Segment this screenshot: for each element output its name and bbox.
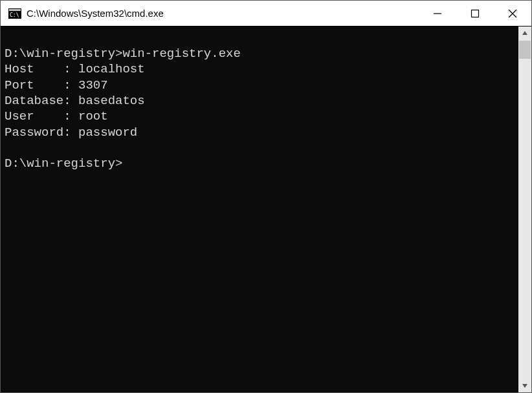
close-button[interactable] xyxy=(494,1,531,26)
output-line: Database: basedatos xyxy=(5,94,145,108)
prompt-command: win-registry.exe xyxy=(122,47,240,61)
prompt-path: D:\win-registry> xyxy=(5,47,122,61)
output-line: Password: password xyxy=(5,125,137,140)
output-line: User : root xyxy=(5,109,108,123)
maximize-button[interactable] xyxy=(456,1,494,26)
svg-text:C:\: C:\ xyxy=(10,12,19,18)
window-controls xyxy=(419,1,531,26)
prompt-line: D:\win-registry>win-registry.exe xyxy=(5,47,241,61)
prompt-line: D:\win-registry> xyxy=(5,156,122,171)
scroll-thumb[interactable] xyxy=(519,41,531,59)
scroll-up-icon[interactable] xyxy=(518,27,531,39)
titlebar: C:\ C:\Windows\System32\cmd.exe xyxy=(1,1,531,27)
window-title: C:\Windows\System32\cmd.exe xyxy=(27,8,419,19)
output-line: Port : 3307 xyxy=(5,78,108,92)
svg-marker-8 xyxy=(522,384,527,388)
svg-marker-7 xyxy=(522,31,527,35)
output-line: Host : localhost xyxy=(5,62,145,76)
scrollbar[interactable] xyxy=(518,27,531,392)
svg-rect-1 xyxy=(9,9,21,11)
prompt-path: D:\win-registry> xyxy=(5,156,122,171)
svg-rect-4 xyxy=(472,10,479,17)
minimize-button[interactable] xyxy=(419,1,456,26)
cmd-icon: C:\ xyxy=(8,8,21,19)
terminal-output[interactable]: D:\win-registry>win-registry.exe Host : … xyxy=(1,27,518,392)
scroll-down-icon[interactable] xyxy=(518,379,531,392)
terminal-area: D:\win-registry>win-registry.exe Host : … xyxy=(1,27,531,392)
